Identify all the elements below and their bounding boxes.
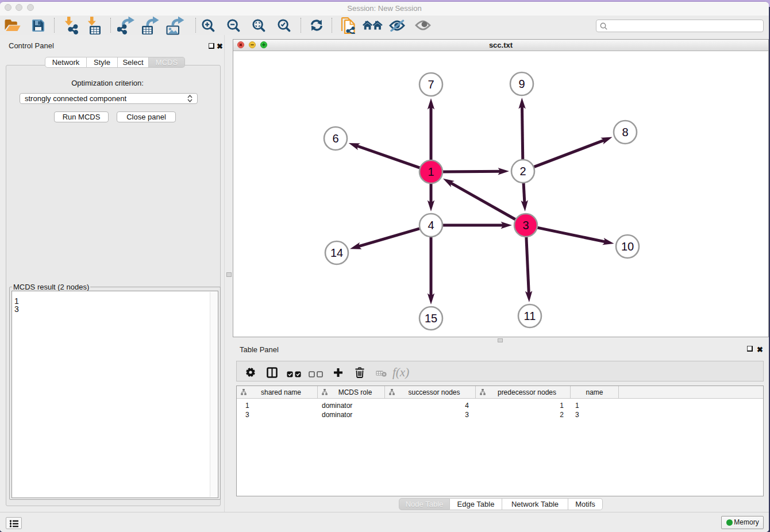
- svg-text:8: 8: [622, 126, 628, 138]
- svg-text:10: 10: [621, 240, 634, 253]
- svg-text:15: 15: [425, 312, 437, 325]
- svg-text:4: 4: [428, 219, 434, 232]
- svg-text:6: 6: [332, 132, 338, 145]
- svg-text:9: 9: [518, 78, 525, 90]
- svg-text:2: 2: [519, 165, 526, 178]
- svg-text:7: 7: [428, 78, 434, 91]
- svg-text:11: 11: [524, 310, 536, 322]
- svg-text:1: 1: [428, 165, 434, 178]
- svg-text:3: 3: [522, 219, 529, 232]
- svg-text:14: 14: [330, 246, 343, 259]
